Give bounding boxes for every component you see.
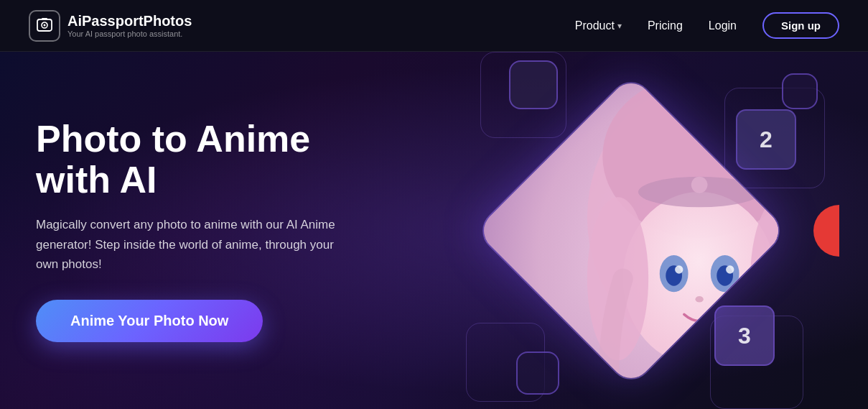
nav-pricing-label: Pricing (648, 19, 683, 32)
nav-product-label: Product (575, 19, 615, 32)
nav-login-label: Login (709, 19, 737, 32)
nav-login[interactable]: Login (709, 19, 737, 32)
step-2-badge: 2 (736, 109, 796, 170)
hero-title-line2: with AI (36, 159, 157, 201)
hero-title-line1: Photo to Anime (36, 118, 310, 160)
navigation: Product ▾ Pricing Login Sign up (575, 12, 839, 39)
logo-icon (29, 10, 60, 42)
logo[interactable]: AiPassportPhotos Your AI passport photo … (29, 10, 192, 42)
red-circle-peek (813, 205, 839, 257)
nav-pricing[interactable]: Pricing (648, 19, 683, 32)
logo-name: AiPassportPhotos (67, 13, 192, 29)
header: AiPassportPhotos Your AI passport photo … (0, 0, 868, 52)
svg-rect-3 (42, 18, 47, 20)
logo-subtitle: Your AI passport photo assistant. (67, 29, 192, 38)
hero-right: 2 3 (380, 52, 868, 409)
deco-square-topright (782, 73, 818, 109)
hero-description: Magically convert any photo to anime wit… (36, 215, 337, 274)
hero-left: Photo to Anime with AI Magically convert… (0, 119, 337, 342)
logo-text: AiPassportPhotos Your AI passport photo … (67, 13, 192, 38)
hero-section: Photo to Anime with AI Magically convert… (0, 52, 868, 409)
svg-point-2 (44, 24, 46, 26)
cta-button[interactable]: Anime Your Photo Now (36, 300, 263, 342)
chevron-down-icon: ▾ (617, 21, 622, 31)
diamond-container: 2 3 (423, 52, 839, 409)
signup-button[interactable]: Sign up (762, 12, 839, 39)
hero-title: Photo to Anime with AI (36, 119, 337, 201)
step-3-badge: 3 (714, 305, 775, 366)
deco-square-topleft (509, 60, 558, 109)
nav-product[interactable]: Product ▾ (575, 19, 622, 32)
deco-square-bottomleft (516, 351, 559, 395)
